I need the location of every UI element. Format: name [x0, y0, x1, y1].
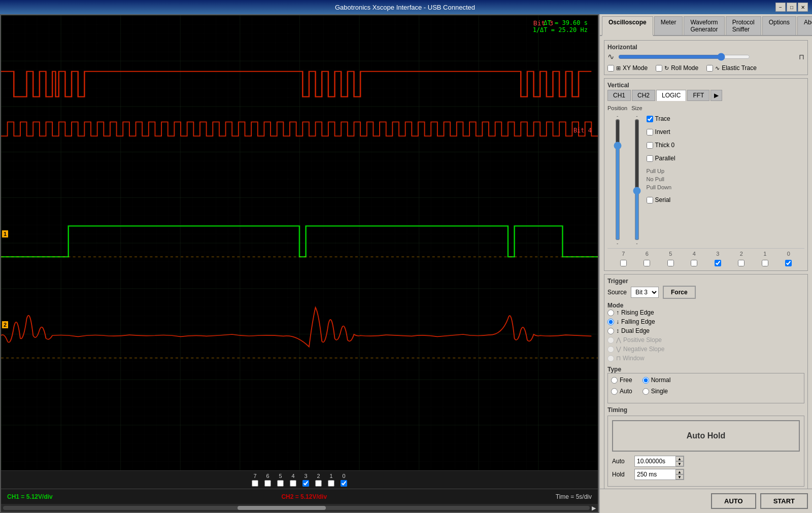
vbit-2[interactable] [738, 260, 745, 266]
minimize-button[interactable]: − [775, 3, 786, 12]
window-icon: ⊓ [616, 355, 621, 362]
hold-down[interactable]: ▼ [675, 474, 684, 480]
bit-0-label: 0 [342, 473, 345, 479]
tab-waveform-gen[interactable]: Waveform Generator [684, 16, 724, 35]
rising-edge-radio[interactable] [607, 310, 614, 316]
horiz-slider-container [618, 53, 795, 61]
waveform-display [1, 15, 598, 470]
bit-3-col: 3 [302, 473, 309, 487]
horizontal-slider[interactable] [618, 53, 750, 61]
auto-timing-row: Auto ▲ ▼ [612, 456, 800, 467]
serial-checkbox[interactable] [647, 197, 653, 203]
invert-checkbox[interactable] [647, 129, 653, 135]
serial-label: Serial [655, 196, 671, 203]
right-content: Horizontal ∿ ⊓ ⊞ XY Mode [600, 36, 812, 489]
auto-time-input[interactable] [635, 457, 675, 466]
auto-time-down[interactable]: ▼ [675, 461, 684, 466]
elastic-trace-checkbox[interactable] [706, 65, 713, 72]
bit-1-check[interactable] [328, 480, 334, 487]
position-slider[interactable] [613, 119, 623, 241]
falling-edge-radio[interactable] [607, 319, 614, 325]
bit-2-check[interactable] [315, 480, 322, 487]
hold-timing-row: Hold ▲ ▼ [612, 469, 800, 480]
bit-5-check[interactable] [277, 480, 284, 487]
tab-protocol-sniffer[interactable]: Protocol Sniffer [726, 16, 761, 35]
bit-4-check[interactable] [290, 480, 296, 487]
tab-more[interactable]: ▶ [710, 90, 722, 101]
dual-edge-radio[interactable] [607, 328, 614, 334]
tab-bar: Oscilloscope Meter Waveform Generator Pr… [600, 14, 812, 36]
tab-options[interactable]: Options [762, 16, 796, 35]
tab-fft[interactable]: FFT [687, 90, 709, 101]
parallel-checkbox[interactable] [647, 155, 653, 162]
tab-ch2[interactable]: CH2 [632, 90, 655, 101]
auto-label: Auto [620, 388, 632, 395]
trigger-type-box: Free Normal Auto [607, 373, 804, 403]
bit-0-check[interactable] [341, 480, 347, 487]
start-button[interactable]: START [760, 493, 808, 509]
auto-time-up[interactable]: ▲ [675, 456, 684, 461]
horiz-controls-row: ∿ ⊓ [607, 52, 804, 61]
vbit-1[interactable] [762, 260, 768, 266]
single-radio[interactable] [642, 388, 649, 395]
auto-button[interactable]: AUTO [711, 493, 756, 509]
scrollbar-track[interactable] [3, 506, 590, 510]
free-radio[interactable] [611, 377, 618, 384]
scrollbar-thumb[interactable] [238, 506, 325, 510]
tab-oscilloscope[interactable]: Oscilloscope [602, 16, 653, 36]
auto-hold-display: Auto Hold [612, 420, 800, 452]
main-container: ΔT = 39.60 s 1/ΔT = 25.20 Hz Bit 3 Bit 4… [0, 14, 812, 513]
hold-up[interactable]: ▲ [675, 469, 684, 474]
bit-7-check[interactable] [252, 480, 258, 487]
bottom-buttons: AUTO START [600, 489, 812, 513]
dual-edge-label: Dual Edge [621, 327, 650, 334]
close-button[interactable]: ✕ [798, 3, 808, 12]
hold-input[interactable] [635, 470, 675, 479]
bits-5: 5 [669, 251, 672, 257]
trigger-type-section: Type Free Normal [607, 366, 804, 403]
roll-mode-icon: ↻ [664, 65, 669, 72]
normal-radio[interactable] [642, 377, 649, 384]
scope-footer: CH1 = 5.12V/div CH2 = 5.12V/div Time = 5… [1, 489, 598, 504]
falling-edge-icon: ↓ [616, 318, 619, 325]
tab-ch1[interactable]: CH1 [607, 90, 631, 101]
trigger-source-select[interactable]: Bit 3 [631, 287, 659, 298]
pos-slope-row: ⋀ Positive Slope [607, 336, 804, 344]
window-radio[interactable] [607, 355, 614, 362]
vbit-0[interactable] [785, 260, 792, 266]
vbit-4[interactable] [691, 260, 697, 266]
vbit-6[interactable] [644, 260, 650, 266]
tab-logic[interactable]: LOGIC [656, 90, 686, 101]
mode-label: Mode [607, 302, 623, 309]
xy-mode-row: ⊞ XY Mode [607, 64, 648, 72]
trigger-section: Trigger Source Bit 3 Force Mode ↑ Rising [604, 274, 808, 489]
bit-7-label: 7 [253, 473, 256, 479]
pos-slope-icon: ⋀ [616, 336, 621, 344]
bit-3-check[interactable] [302, 480, 309, 487]
timing-label: Timing [607, 406, 627, 414]
neg-slope-radio[interactable] [607, 346, 614, 353]
tab-about[interactable]: About [797, 16, 812, 35]
scroll-arrow[interactable]: ▶ [592, 505, 596, 511]
free-row: Free [611, 377, 632, 384]
thick-checkbox[interactable] [647, 142, 653, 149]
xy-mode-checkbox[interactable] [607, 65, 614, 72]
ch2-status: CH2 = 5.12V/div [281, 493, 327, 500]
pos-slope-radio[interactable] [607, 337, 614, 344]
maximize-button[interactable]: □ [787, 3, 797, 12]
bit4-indicator: Bit 4 [573, 127, 592, 134]
vbit-7[interactable] [620, 260, 627, 266]
bit-6-check[interactable] [264, 480, 271, 487]
trigger-mode-section: Mode ↑ Rising Edge ↓ Falling Edge [607, 302, 804, 362]
size-slider[interactable] [632, 119, 642, 241]
dual-edge-row: ↕ Dual Edge [607, 327, 804, 334]
trace-checkbox[interactable] [647, 116, 653, 122]
tab-meter[interactable]: Meter [654, 16, 683, 35]
vbit-5[interactable] [667, 260, 674, 266]
roll-mode-checkbox[interactable] [656, 65, 662, 72]
invert-label: Invert [655, 128, 670, 135]
force-button[interactable]: Force [663, 286, 696, 299]
single-row: Single [642, 388, 668, 395]
vbit-3[interactable] [715, 260, 721, 266]
auto-radio[interactable] [611, 388, 618, 395]
